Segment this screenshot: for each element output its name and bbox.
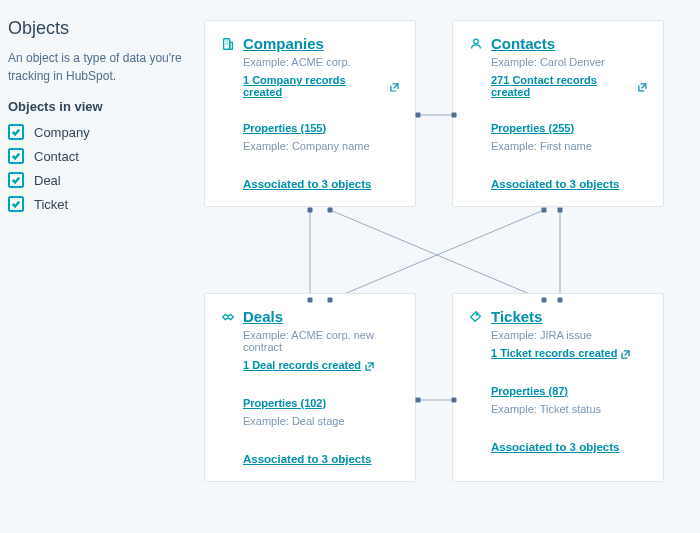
filter-label: Company <box>34 125 90 140</box>
card-example: Example: Carol Denver <box>491 56 647 68</box>
building-icon <box>221 37 235 51</box>
object-card-contacts: Contacts Example: Carol Denver 271 Conta… <box>452 20 664 207</box>
checkbox-checked-icon[interactable] <box>8 196 24 212</box>
checkbox-checked-icon[interactable] <box>8 172 24 188</box>
checkbox-checked-icon[interactable] <box>8 124 24 140</box>
card-example: Example: ACME corp. new contract <box>243 329 399 353</box>
records-created-link[interactable]: 271 Contact records created <box>491 74 647 98</box>
card-title-link[interactable]: Deals <box>243 308 283 325</box>
card-example: Example: JIRA issue <box>491 329 647 341</box>
associated-link[interactable]: Associated to 3 objects <box>491 441 619 453</box>
svg-rect-6 <box>224 38 230 49</box>
card-title-link[interactable]: Companies <box>243 35 324 52</box>
filter-label: Deal <box>34 173 61 188</box>
records-created-link[interactable]: 1 Ticket records created <box>491 347 630 359</box>
svg-rect-11 <box>227 43 228 44</box>
card-example: Example: ACME corp. <box>243 56 399 68</box>
svg-point-12 <box>474 39 478 43</box>
svg-rect-10 <box>225 43 226 44</box>
properties-example: Example: Deal stage <box>243 415 399 427</box>
properties-link[interactable]: Properties (155) <box>243 122 326 134</box>
external-link-icon <box>390 82 399 91</box>
properties-example: Example: Company name <box>243 140 399 152</box>
properties-link[interactable]: Properties (102) <box>243 397 326 409</box>
page-description: An object is a type of data you're track… <box>8 49 188 85</box>
associated-link[interactable]: Associated to 3 objects <box>491 178 619 190</box>
ticket-icon <box>469 310 483 324</box>
diagram-canvas: Companies Example: ACME corp. 1 Company … <box>200 0 700 533</box>
external-link-icon <box>365 361 374 370</box>
external-link-icon <box>638 82 647 91</box>
records-created-link[interactable]: 1 Deal records created <box>243 359 374 371</box>
card-title-link[interactable]: Tickets <box>491 308 542 325</box>
svg-rect-9 <box>227 40 228 41</box>
external-link-icon <box>621 349 630 358</box>
svg-rect-8 <box>225 40 226 41</box>
handshake-icon <box>221 310 235 324</box>
properties-link[interactable]: Properties (87) <box>491 385 568 397</box>
object-card-tickets: Tickets Example: JIRA issue 1 Ticket rec… <box>452 293 664 482</box>
filter-item-ticket[interactable]: Ticket <box>8 196 188 212</box>
filter-item-deal[interactable]: Deal <box>8 172 188 188</box>
svg-point-13 <box>476 313 477 314</box>
filter-label: Contact <box>34 149 79 164</box>
svg-rect-7 <box>230 42 233 49</box>
filter-label: Ticket <box>34 197 68 212</box>
records-created-link[interactable]: 1 Company records created <box>243 74 399 98</box>
properties-example: Example: Ticket status <box>491 403 647 415</box>
properties-example: Example: First name <box>491 140 647 152</box>
filter-item-company[interactable]: Company <box>8 124 188 140</box>
associated-link[interactable]: Associated to 3 objects <box>243 453 371 465</box>
checkbox-checked-icon[interactable] <box>8 148 24 164</box>
page-title: Objects <box>8 18 188 39</box>
card-title-link[interactable]: Contacts <box>491 35 555 52</box>
filter-item-contact[interactable]: Contact <box>8 148 188 164</box>
section-title: Objects in view <box>8 99 188 114</box>
associated-link[interactable]: Associated to 3 objects <box>243 178 371 190</box>
object-card-companies: Companies Example: ACME corp. 1 Company … <box>204 20 416 207</box>
contact-icon <box>469 37 483 51</box>
properties-link[interactable]: Properties (255) <box>491 122 574 134</box>
sidebar: Objects An object is a type of data you'… <box>0 0 200 533</box>
object-card-deals: Deals Example: ACME corp. new contract 1… <box>204 293 416 482</box>
